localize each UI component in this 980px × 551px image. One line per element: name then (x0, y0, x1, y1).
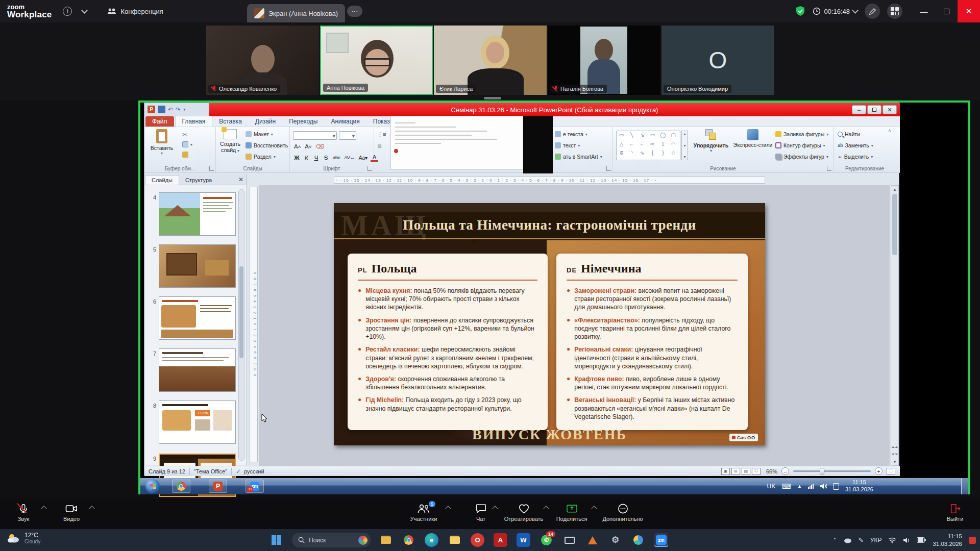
keyboard-language[interactable]: UK (767, 483, 776, 490)
find-button[interactable]: Найти (838, 131, 860, 137)
change-case-button[interactable]: Aa▾ (358, 154, 369, 162)
meeting-timer[interactable]: 00:16:48 (813, 7, 857, 15)
underline-button[interactable]: Ч (312, 154, 320, 162)
slide-thumbnail-4[interactable] (159, 192, 236, 236)
quick-styles-button[interactable]: Экспресс-стили (731, 129, 774, 148)
next-slide-button[interactable]: ⏷⏷ (891, 451, 898, 458)
leave-button[interactable]: Выйти (937, 503, 973, 522)
participants-button[interactable]: 5 Участники (402, 503, 445, 522)
shapes-scroll[interactable]: ▲▼▼̲ (681, 131, 688, 160)
pen-icon[interactable]: ✎ (859, 537, 864, 544)
taskbar-acrobat-button[interactable]: A (494, 533, 507, 547)
restore-button[interactable] (935, 0, 958, 22)
chevron-down-icon[interactable] (82, 7, 88, 14)
show-desktop-button[interactable] (961, 478, 968, 494)
section-button[interactable]: Раздел▾ (246, 154, 276, 160)
font-name-select[interactable]: ▾ (293, 131, 337, 140)
tab-home[interactable]: Главная (175, 116, 213, 127)
close-button[interactable]: ✕ (958, 0, 980, 22)
wifi-icon[interactable] (888, 537, 896, 543)
undo-icon[interactable]: ↶ (168, 106, 173, 113)
apps-button[interactable] (887, 4, 902, 19)
audio-button[interactable]: Звук (2, 503, 45, 522)
more-button[interactable]: Дополнительно (601, 503, 644, 522)
search-box[interactable]: Поиск (292, 533, 371, 547)
video-button[interactable]: Видео (50, 503, 93, 522)
shape-fill-button[interactable]: Заливка фигуры▾ (775, 131, 828, 137)
tab-insert[interactable]: Вставка (212, 116, 249, 127)
hidden-icons-chevron[interactable]: ⌃ (832, 537, 837, 543)
tab-meeting[interactable]: Конференция (100, 0, 170, 22)
taskbar-whatsapp-button[interactable]: ✆ 14 (540, 533, 553, 547)
slide[interactable]: МАЩ Польща та Німеччина: гастрономічні т… (334, 203, 765, 445)
video-tile-5[interactable]: О Онопрієнко Володимир (662, 26, 774, 95)
slide-canvas[interactable]: МАЩ Польща та Німеччина: гастрономічні т… (259, 185, 890, 466)
taskbar-edge-button[interactable]: e (425, 533, 438, 547)
ppt-close-button[interactable]: ✕ (883, 105, 897, 114)
security-shield-icon[interactable] (795, 6, 805, 17)
canvas-scrollbar[interactable]: ▲ ⏶⏶ ⏷⏷ ▼ (891, 185, 899, 466)
slide-thumbnail-5[interactable] (159, 244, 236, 288)
info-icon[interactable]: i (63, 7, 72, 16)
clipboard-dialog-launcher[interactable] (209, 166, 214, 171)
paragraph-dialog-launcher[interactable] (606, 166, 611, 171)
video-tile-1[interactable]: Олександр Коваленко (206, 26, 319, 95)
annotate-button[interactable] (865, 4, 880, 19)
tab-slides[interactable]: Слайды (145, 175, 179, 185)
action-center-icon[interactable] (833, 483, 839, 490)
keyboard-icon[interactable]: ⌨ (781, 483, 791, 490)
zoom-out-button[interactable]: – (781, 467, 789, 475)
tab-file[interactable]: Файл (145, 116, 174, 127)
network-icon[interactable] (808, 484, 814, 489)
grow-font-button[interactable]: А˄ (293, 142, 302, 151)
panel-scrollbar[interactable] (238, 189, 244, 461)
taskbar-folder2-button[interactable] (448, 533, 461, 547)
slide-thumbnail-7[interactable] (159, 348, 236, 392)
tab-animation[interactable]: Анимация (324, 116, 366, 127)
clear-format-button[interactable]: ⌫ (315, 142, 325, 151)
taskbar-word-button[interactable]: W (517, 533, 530, 547)
chat-button[interactable]: Чат (459, 503, 502, 522)
redo-icon[interactable]: ↷ (176, 106, 181, 113)
onedrive-cloud-icon[interactable] (844, 537, 852, 543)
vertical-ruler[interactable]: 9·8·7·6·5·4·3·2·1·0·1·2·3·4·5·6·7·8·9 (250, 187, 258, 462)
slide-thumbnail-6[interactable] (159, 296, 236, 340)
ppt-minimize-button[interactable]: – (852, 105, 866, 114)
strikethrough-button[interactable]: S (322, 154, 330, 162)
cut-button[interactable]: ✂ (182, 131, 187, 138)
taskbar-zoom-button[interactable]: zm 11 (246, 480, 264, 493)
qat-dropdown-icon[interactable]: ▾ (183, 107, 185, 112)
reset-button[interactable]: Восстановить (246, 142, 288, 148)
shapes-gallery[interactable]: ▭╲↘▭◯▢ △⌐⌐⇨⇩◠ ᘔ◝∿{}☆ (616, 131, 680, 160)
shape-effects-button[interactable]: Эффекты фигур▾ (775, 154, 828, 160)
reading-view-button[interactable]: ▤ (742, 468, 750, 475)
hidden-icons-icon[interactable]: ▲ (797, 484, 802, 489)
strip-drag-handle[interactable] (484, 97, 501, 99)
new-slide-button[interactable]: Создать слайд ▾ (217, 129, 243, 153)
save-icon[interactable] (158, 106, 165, 113)
bold-button[interactable]: Ж (293, 154, 301, 162)
taskbar-settings-button[interactable]: ⚙ (608, 533, 622, 547)
reactions-button[interactable]: Отреагировать (502, 503, 545, 522)
align-text-button[interactable]: текст▾ (555, 142, 580, 148)
smartart-button[interactable]: ать в SmartArt▾ (555, 154, 602, 160)
bullets-button[interactable]: ⋮≡ (377, 131, 386, 138)
shared-clock[interactable]: 11:15 31.03.2026 (845, 479, 873, 493)
language-indicator[interactable]: русский (244, 468, 264, 474)
spellcheck-icon[interactable]: ✓ (236, 468, 241, 475)
tab-design[interactable]: Дизайн (249, 116, 282, 127)
tab-screen-share[interactable]: Экран (Анна Новікова) (247, 4, 345, 22)
system-clock[interactable]: 11:15 31.03.2026 (933, 533, 962, 548)
taskbar-powerpoint-button[interactable]: P (209, 480, 227, 493)
arrange-button[interactable]: Упорядочить ▾ (691, 129, 731, 153)
scroll-up-icon[interactable]: ▲ (891, 186, 898, 193)
start-orb-button[interactable] (145, 479, 160, 493)
replace-button[interactable]: abЗаменить▾ (838, 142, 873, 148)
abc-button[interactable]: abc (332, 154, 341, 162)
video-tile-2-active-speaker[interactable]: Анна Новікова (320, 26, 433, 95)
weather-widget[interactable]: 12°C Cloudy (6, 532, 40, 544)
drawing-dialog-launcher[interactable] (827, 166, 831, 171)
minimize-button[interactable]: — (913, 0, 935, 22)
italic-button[interactable]: К (303, 154, 310, 162)
zoom-in-button[interactable]: + (875, 467, 883, 475)
